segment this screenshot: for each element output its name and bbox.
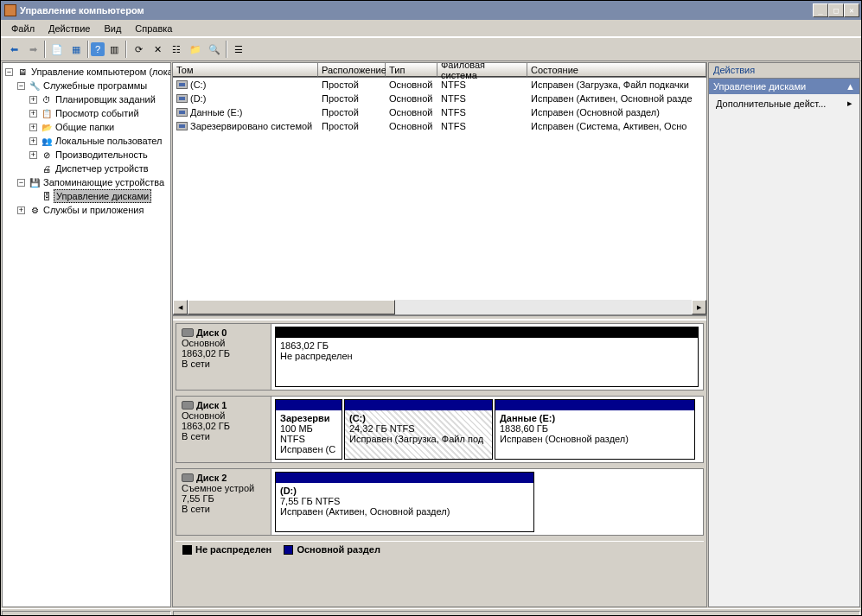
- delete-button[interactable]: ✕: [148, 40, 167, 59]
- find-button[interactable]: 🔍: [205, 40, 224, 59]
- menu-file[interactable]: Файл: [4, 22, 42, 35]
- help-button[interactable]: ?: [91, 42, 105, 56]
- cell-volume: (D:): [190, 93, 206, 104]
- window-title: Управление компьютером: [20, 5, 144, 16]
- volume-block[interactable]: (D:)7,55 ГБ NTFSИсправен (Активен, Основ…: [275, 472, 534, 532]
- settings-button[interactable]: ☷: [167, 40, 186, 59]
- scroll-thumb[interactable]: [188, 300, 395, 314]
- tree-toggle[interactable]: +: [29, 96, 37, 104]
- up-button[interactable]: 📄: [48, 40, 67, 59]
- tree-sysutils[interactable]: Служебные программы: [42, 79, 149, 92]
- chevron-right-icon: ▸: [847, 98, 852, 109]
- tree-toggle[interactable]: −: [17, 82, 25, 90]
- scroll-right-button[interactable]: ▶: [692, 300, 706, 314]
- minimize-button[interactable]: _: [813, 3, 828, 17]
- tree-eventviewer[interactable]: Просмотр событий: [54, 107, 141, 119]
- grid-button[interactable]: ▥: [105, 40, 124, 59]
- tree-localusers[interactable]: Локальные пользовател: [54, 135, 164, 147]
- volume-label: Зарезерви: [280, 413, 330, 423]
- col-layout[interactable]: Расположение: [318, 63, 386, 77]
- tree-toggle[interactable]: +: [17, 206, 25, 214]
- actions-title-text: Управление дисками: [713, 81, 806, 92]
- tree-services[interactable]: Службы и приложения: [42, 204, 145, 216]
- perf-icon: ⊘: [40, 148, 54, 162]
- tree-toggle[interactable]: −: [17, 179, 25, 187]
- disk-row[interactable]: Диск 2Съемное устрой7,55 ГБВ сети(D:)7,5…: [176, 468, 704, 536]
- tree-toggle[interactable]: −: [5, 68, 13, 76]
- close-button[interactable]: ✕: [844, 3, 859, 17]
- cell-fs: NTFS: [437, 93, 527, 104]
- col-volume[interactable]: Том: [173, 63, 318, 77]
- tree-toggle[interactable]: +: [29, 110, 37, 117]
- volume-colorbar: [276, 327, 698, 338]
- tools-icon: 🔧: [28, 79, 42, 92]
- legend-unallocated: Не распределен: [195, 544, 271, 555]
- volume-block[interactable]: Данные (E:)1838,60 ГБИсправен (Основной …: [495, 399, 695, 460]
- table-row[interactable]: Данные (E:)ПростойОсновнойNTFSИсправен (…: [173, 105, 706, 119]
- volume-block[interactable]: 1863,02 ГБНе распределен: [275, 327, 699, 387]
- cell-status: Исправен (Система, Активен, Осно: [527, 121, 706, 131]
- navigation-tree[interactable]: −🖥Управление компьютером (лока −🔧Служебн…: [2, 62, 171, 607]
- disk-kind: Основной: [182, 410, 265, 421]
- disk-row[interactable]: Диск 1Основной1863,02 ГБВ сетиЗарезерви1…: [176, 396, 704, 463]
- cell-layout: Простой: [318, 79, 386, 90]
- refresh-button[interactable]: ⟳: [129, 40, 148, 59]
- properties-button[interactable]: ▦: [67, 40, 86, 59]
- disk-row[interactable]: Диск 0Основной1863,02 ГБВ сети1863,02 ГБ…: [176, 323, 704, 391]
- volume-block[interactable]: Зарезерви100 МБ NTFSИсправен (С: [275, 399, 342, 460]
- cell-type: Основной: [386, 93, 437, 104]
- volume-label: (D:): [280, 486, 297, 496]
- nav-forward-button[interactable]: ➡: [23, 40, 42, 59]
- tree-diskmgmt[interactable]: Управление дисками: [54, 189, 151, 203]
- col-type[interactable]: Тип: [386, 63, 437, 77]
- disk-header: Диск 1Основной1863,02 ГБВ сети: [176, 397, 271, 462]
- maximize-button[interactable]: □: [828, 3, 844, 17]
- menu-action[interactable]: Действие: [42, 22, 97, 35]
- collapse-up-icon[interactable]: ▲: [846, 81, 855, 92]
- tree-toggle[interactable]: +: [29, 151, 37, 159]
- table-row[interactable]: (D:)ПростойОсновнойNTFSИсправен (Активен…: [173, 92, 706, 105]
- tree-sharedfolders[interactable]: Общие папки: [54, 121, 116, 133]
- users-icon: 👥: [40, 134, 54, 148]
- disk-icon: [182, 401, 194, 410]
- cell-fs: NTFS: [437, 107, 527, 117]
- tree-devicemgr[interactable]: Диспетчер устройств: [54, 162, 150, 175]
- eventlog-icon: 📋: [40, 106, 54, 120]
- volume-block[interactable]: (C:)24,32 ГБ NTFSИсправен (Загрузка, Фай…: [344, 399, 493, 460]
- horizontal-scrollbar[interactable]: ◀ ▶: [173, 300, 706, 314]
- extra-button[interactable]: ☰: [229, 40, 248, 59]
- tree-toggle[interactable]: +: [29, 137, 37, 145]
- actions-pane: Действия Управление дисками▲ Дополнитель…: [708, 62, 860, 607]
- menu-view[interactable]: Вид: [97, 22, 128, 35]
- tree-toggle[interactable]: +: [29, 124, 37, 131]
- scroll-left-button[interactable]: ◀: [173, 300, 188, 314]
- list-header: Том Расположение Тип Файловая система Со…: [173, 63, 706, 78]
- tree-performance[interactable]: Производительность: [54, 149, 150, 161]
- volume-size: 100 МБ NTFS: [280, 423, 313, 444]
- cell-volume: Данные (E:): [190, 107, 243, 117]
- volume-size: 1863,02 ГБ: [280, 340, 329, 351]
- volume-colorbar: [276, 400, 342, 410]
- volume-icon: [176, 80, 188, 89]
- scroll-track[interactable]: [395, 300, 692, 314]
- volume-colorbar: [276, 473, 533, 483]
- volume-size: 24,32 ГБ NTFS: [349, 423, 415, 434]
- nav-back-button[interactable]: ⬅: [4, 40, 23, 59]
- disk-size: 1863,02 ГБ: [182, 348, 265, 359]
- actions-title[interactable]: Управление дисками▲: [709, 79, 859, 94]
- disk-icon: [182, 473, 194, 482]
- tree-scheduler[interactable]: Планировщик заданий: [54, 93, 157, 105]
- tree-storage[interactable]: Запоминающие устройства: [42, 176, 166, 188]
- actions-more[interactable]: Дополнительные дейст...▸: [709, 94, 859, 112]
- menu-help[interactable]: Справка: [128, 22, 179, 35]
- folder-button[interactable]: 📁: [186, 40, 205, 59]
- cell-fs: NTFS: [437, 79, 527, 90]
- volume-colorbar: [495, 400, 694, 410]
- table-row[interactable]: (C:)ПростойОсновнойNTFSИсправен (Загрузк…: [173, 78, 706, 92]
- volume-list[interactable]: Том Расположение Тип Файловая система Со…: [173, 63, 706, 315]
- col-fs[interactable]: Файловая система: [437, 63, 527, 77]
- table-row[interactable]: Зарезервировано системойПростойОсновнойN…: [173, 119, 706, 133]
- col-status[interactable]: Состояние: [527, 63, 706, 77]
- cell-status: Исправен (Основной раздел): [527, 107, 706, 117]
- tree-root[interactable]: Управление компьютером (лока: [29, 66, 171, 78]
